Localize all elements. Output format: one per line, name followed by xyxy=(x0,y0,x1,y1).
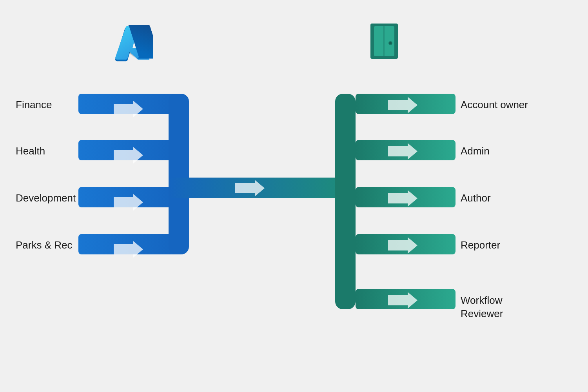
label-health: Health xyxy=(16,145,45,157)
diagram-container: Finance Health Development Parks & Rec A… xyxy=(0,0,588,392)
svg-rect-12 xyxy=(335,94,356,309)
label-development: Development xyxy=(16,192,76,204)
label-parks-rec: Parks & Rec xyxy=(16,239,73,251)
label-workflow-reviewer: WorkflowReviewer xyxy=(461,294,503,321)
label-author: Author xyxy=(461,192,491,204)
label-admin: Admin xyxy=(461,145,490,157)
label-finance: Finance xyxy=(16,99,52,111)
label-reporter: Reporter xyxy=(461,239,500,251)
svg-rect-10 xyxy=(169,94,189,254)
label-account-owner: Account owner xyxy=(461,99,528,111)
connection-lines xyxy=(0,0,588,392)
